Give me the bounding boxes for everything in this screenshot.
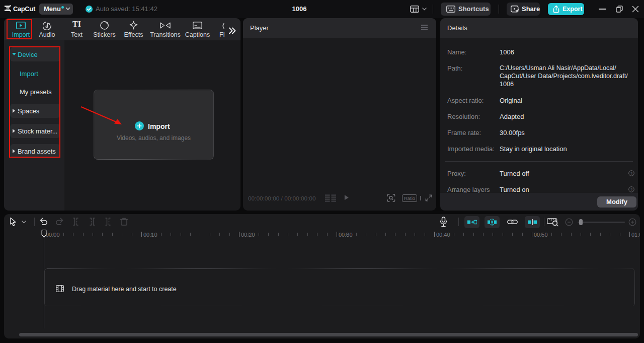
svg-text:?: ? (630, 187, 632, 192)
svg-text:?: ? (630, 171, 632, 176)
